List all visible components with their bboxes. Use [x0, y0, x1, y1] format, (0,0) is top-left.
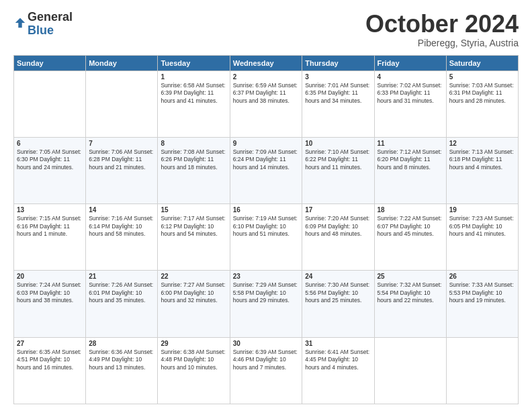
calendar-cell: 19Sunrise: 7:23 AM Sunset: 6:05 PM Dayli…	[446, 204, 518, 271]
calendar-cell: 13Sunrise: 7:15 AM Sunset: 6:16 PM Dayli…	[14, 204, 86, 271]
calendar-cell: 18Sunrise: 7:22 AM Sunset: 6:07 PM Dayli…	[374, 204, 446, 271]
calendar-cell: 23Sunrise: 7:29 AM Sunset: 5:58 PM Dayli…	[230, 271, 302, 337]
logo-blue: Blue	[28, 24, 54, 37]
day-number: 27	[17, 340, 83, 347]
calendar-cell: 8Sunrise: 7:08 AM Sunset: 6:26 PM Daylig…	[158, 137, 230, 203]
calendar-cell	[374, 337, 446, 404]
day-number: 16	[233, 206, 299, 214]
month-title: October 2024	[365, 11, 519, 38]
day-number: 1	[161, 73, 226, 81]
day-number: 21	[89, 273, 154, 280]
weekday-header: Thursday	[302, 55, 374, 71]
logo-general: General	[28, 10, 73, 24]
day-number: 23	[233, 273, 299, 280]
page-header: General Blue October 2024 Piberegg, Styr…	[13, 11, 519, 48]
day-info: Sunrise: 7:16 AM Sunset: 6:14 PM Dayligh…	[89, 215, 154, 238]
calendar-cell: 27Sunrise: 6:35 AM Sunset: 4:51 PM Dayli…	[14, 337, 86, 404]
day-info: Sunrise: 6:41 AM Sunset: 4:45 PM Dayligh…	[305, 349, 371, 371]
calendar-cell: 26Sunrise: 7:33 AM Sunset: 5:53 PM Dayli…	[446, 271, 518, 337]
calendar-cell: 20Sunrise: 7:24 AM Sunset: 6:03 PM Dayli…	[14, 271, 86, 337]
day-number: 8	[161, 140, 226, 147]
weekday-header: Monday	[86, 55, 158, 71]
day-number: 11	[378, 140, 443, 147]
calendar-cell: 17Sunrise: 7:20 AM Sunset: 6:09 PM Dayli…	[302, 204, 374, 271]
calendar-cell: 7Sunrise: 7:06 AM Sunset: 6:28 PM Daylig…	[86, 137, 158, 203]
day-info: Sunrise: 7:20 AM Sunset: 6:09 PM Dayligh…	[305, 215, 371, 238]
day-number: 5	[449, 73, 515, 81]
calendar-cell: 10Sunrise: 7:10 AM Sunset: 6:22 PM Dayli…	[302, 137, 374, 203]
calendar-cell	[86, 71, 158, 137]
day-number: 9	[233, 140, 299, 147]
day-info: Sunrise: 7:27 AM Sunset: 6:00 PM Dayligh…	[161, 281, 226, 304]
day-info: Sunrise: 7:09 AM Sunset: 6:24 PM Dayligh…	[233, 148, 299, 171]
day-number: 7	[89, 140, 154, 147]
day-info: Sunrise: 7:19 AM Sunset: 6:10 PM Dayligh…	[233, 215, 299, 238]
day-info: Sunrise: 7:33 AM Sunset: 5:53 PM Dayligh…	[449, 281, 515, 304]
day-number: 28	[89, 340, 154, 347]
calendar-table: SundayMondayTuesdayWednesdayThursdayFrid…	[13, 55, 519, 404]
day-info: Sunrise: 7:15 AM Sunset: 6:16 PM Dayligh…	[17, 215, 83, 238]
day-info: Sunrise: 7:22 AM Sunset: 6:07 PM Dayligh…	[378, 215, 443, 238]
day-number: 10	[305, 140, 371, 147]
weekday-header: Tuesday	[158, 55, 230, 71]
calendar-cell: 16Sunrise: 7:19 AM Sunset: 6:10 PM Dayli…	[230, 204, 302, 271]
weekday-header: Wednesday	[230, 55, 302, 71]
day-info: Sunrise: 6:39 AM Sunset: 4:46 PM Dayligh…	[233, 349, 299, 371]
calendar-cell: 5Sunrise: 7:03 AM Sunset: 6:31 PM Daylig…	[446, 71, 518, 137]
calendar-week-row: 1Sunrise: 6:58 AM Sunset: 6:39 PM Daylig…	[14, 71, 519, 137]
day-info: Sunrise: 7:32 AM Sunset: 5:54 PM Dayligh…	[378, 281, 443, 304]
weekday-header: Saturday	[446, 55, 518, 71]
day-number: 15	[161, 206, 226, 214]
logo-icon	[14, 17, 26, 29]
day-info: Sunrise: 7:06 AM Sunset: 6:28 PM Dayligh…	[89, 148, 154, 171]
calendar-cell: 28Sunrise: 6:36 AM Sunset: 4:49 PM Dayli…	[86, 337, 158, 404]
logo-text: General Blue	[28, 11, 73, 38]
calendar-week-row: 13Sunrise: 7:15 AM Sunset: 6:16 PM Dayli…	[14, 204, 519, 271]
title-block: October 2024 Piberegg, Styria, Austria	[365, 11, 519, 48]
day-info: Sunrise: 7:01 AM Sunset: 6:35 PM Dayligh…	[305, 82, 371, 105]
day-info: Sunrise: 7:08 AM Sunset: 6:26 PM Dayligh…	[161, 148, 226, 171]
day-number: 25	[378, 273, 443, 280]
day-number: 30	[233, 340, 299, 347]
weekday-header: Friday	[374, 55, 446, 71]
calendar-cell: 15Sunrise: 7:17 AM Sunset: 6:12 PM Dayli…	[158, 204, 230, 271]
day-info: Sunrise: 7:30 AM Sunset: 5:56 PM Dayligh…	[305, 281, 371, 304]
day-number: 13	[17, 206, 83, 214]
day-info: Sunrise: 7:24 AM Sunset: 6:03 PM Dayligh…	[17, 281, 83, 304]
calendar-cell: 25Sunrise: 7:32 AM Sunset: 5:54 PM Dayli…	[374, 271, 446, 337]
calendar-cell: 1Sunrise: 6:58 AM Sunset: 6:39 PM Daylig…	[158, 71, 230, 137]
day-info: Sunrise: 7:17 AM Sunset: 6:12 PM Dayligh…	[161, 215, 226, 238]
calendar-body: 1Sunrise: 6:58 AM Sunset: 6:39 PM Daylig…	[14, 71, 519, 404]
day-number: 6	[17, 140, 83, 147]
calendar-cell: 6Sunrise: 7:05 AM Sunset: 6:30 PM Daylig…	[14, 137, 86, 203]
calendar-cell: 12Sunrise: 7:13 AM Sunset: 6:18 PM Dayli…	[446, 137, 518, 203]
calendar-cell: 31Sunrise: 6:41 AM Sunset: 4:45 PM Dayli…	[302, 337, 374, 404]
calendar-cell	[14, 71, 86, 137]
calendar-cell: 24Sunrise: 7:30 AM Sunset: 5:56 PM Dayli…	[302, 271, 374, 337]
day-info: Sunrise: 6:38 AM Sunset: 4:48 PM Dayligh…	[161, 349, 226, 371]
day-number: 29	[161, 340, 226, 347]
day-number: 14	[89, 206, 154, 214]
day-info: Sunrise: 7:05 AM Sunset: 6:30 PM Dayligh…	[17, 148, 83, 171]
location: Piberegg, Styria, Austria	[365, 38, 519, 48]
calendar-cell: 22Sunrise: 7:27 AM Sunset: 6:00 PM Dayli…	[158, 271, 230, 337]
day-number: 31	[305, 340, 371, 347]
calendar-cell: 4Sunrise: 7:02 AM Sunset: 6:33 PM Daylig…	[374, 71, 446, 137]
calendar-header-row: SundayMondayTuesdayWednesdayThursdayFrid…	[14, 55, 519, 71]
weekday-header: Sunday	[14, 55, 86, 71]
day-info: Sunrise: 7:26 AM Sunset: 6:01 PM Dayligh…	[89, 281, 154, 304]
day-info: Sunrise: 7:13 AM Sunset: 6:18 PM Dayligh…	[449, 148, 515, 171]
day-number: 22	[161, 273, 226, 280]
calendar-cell: 11Sunrise: 7:12 AM Sunset: 6:20 PM Dayli…	[374, 137, 446, 203]
calendar-week-row: 20Sunrise: 7:24 AM Sunset: 6:03 PM Dayli…	[14, 271, 519, 337]
day-number: 26	[449, 273, 515, 280]
day-number: 12	[449, 140, 515, 147]
day-info: Sunrise: 7:10 AM Sunset: 6:22 PM Dayligh…	[305, 148, 371, 171]
logo: General Blue	[13, 11, 73, 38]
calendar-cell: 14Sunrise: 7:16 AM Sunset: 6:14 PM Dayli…	[86, 204, 158, 271]
calendar-week-row: 27Sunrise: 6:35 AM Sunset: 4:51 PM Dayli…	[14, 337, 519, 404]
day-number: 2	[233, 73, 299, 81]
calendar-cell: 29Sunrise: 6:38 AM Sunset: 4:48 PM Dayli…	[158, 337, 230, 404]
day-info: Sunrise: 6:59 AM Sunset: 6:37 PM Dayligh…	[233, 82, 299, 105]
day-number: 17	[305, 206, 371, 214]
